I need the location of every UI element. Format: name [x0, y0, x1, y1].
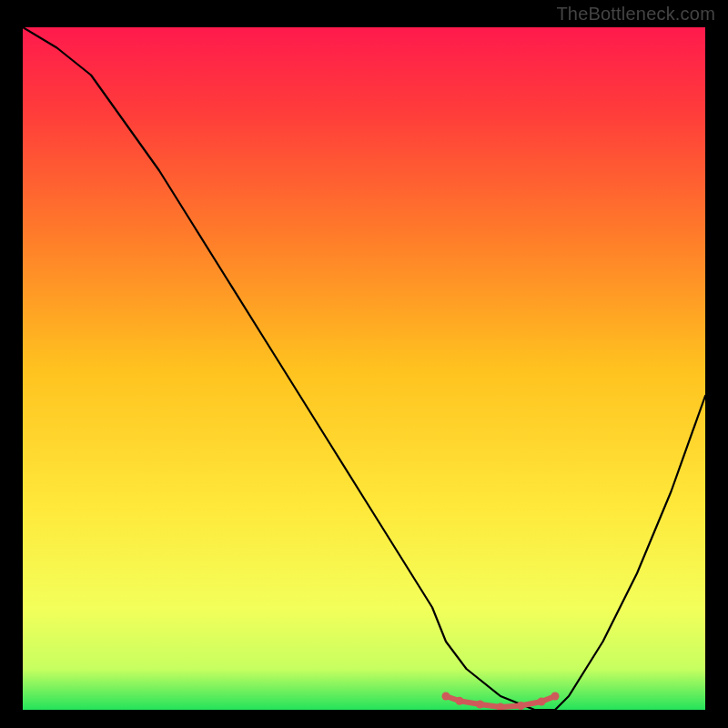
highlight-dot [476, 701, 484, 709]
gradient-rect [23, 27, 705, 710]
chart-stage: TheBottleneck.com [0, 0, 728, 728]
highlight-dot [517, 702, 525, 710]
plot-area [23, 27, 705, 710]
highlight-dot [551, 693, 560, 701]
highlight-dot [442, 693, 450, 701]
chart-svg [23, 27, 705, 710]
highlight-dot [456, 697, 464, 705]
highlight-dot [538, 698, 546, 706]
watermark-text: TheBottleneck.com [556, 4, 715, 25]
